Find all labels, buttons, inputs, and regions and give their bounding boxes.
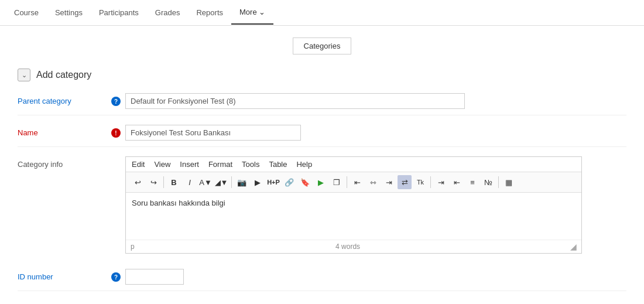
top-navigation: Course Settings Participants Grades Repo… [0, 0, 644, 26]
id-number-label: ID number [18, 269, 111, 281]
editor-resize-handle[interactable]: ◢ [561, 242, 577, 251]
id-number-row: ID number ? [18, 269, 626, 291]
image-button[interactable]: 📷 [235, 175, 249, 189]
link-button[interactable]: 🔗 [282, 175, 296, 189]
editor-content[interactable]: Soru bankası hakkında bilgi [126, 193, 581, 240]
align-left-button[interactable]: ⇤ [350, 175, 364, 189]
editor-tag: p [131, 242, 135, 251]
menu-tools[interactable]: Tools [242, 160, 259, 169]
nav-more[interactable]: More ⌄ [231, 1, 273, 25]
num-list-button[interactable]: № [481, 175, 495, 189]
name-required-icon: ! [111, 128, 121, 138]
name-label: Name [18, 125, 111, 137]
redo-button[interactable]: ↪ [146, 175, 160, 189]
id-number-wrap [125, 269, 626, 285]
menu-help[interactable]: Help [296, 160, 312, 169]
nav-participants[interactable]: Participants [91, 1, 147, 24]
editor-text: Soru bankası hakkında bilgi [132, 199, 225, 207]
main-content: Categories ⌄ Add category Parent categor… [0, 26, 644, 304]
hp-button[interactable]: H+P [266, 175, 280, 189]
editor-wrap: Edit View Insert Format Tools Table Help… [125, 156, 626, 254]
name-row: Name ! [18, 125, 626, 147]
name-wrap [125, 125, 626, 141]
parent-category-input[interactable] [125, 93, 465, 109]
menu-insert[interactable]: Insert [180, 160, 199, 169]
editor-menubar: Edit View Insert Format Tools Table Help [126, 157, 581, 172]
ltr-button[interactable]: Tk [413, 175, 427, 189]
align-center-button[interactable]: ⇿ [366, 175, 380, 189]
highlight-button[interactable]: ◢▼ [214, 175, 228, 189]
category-info-label: Category info [18, 156, 111, 169]
parent-category-label: Parent category [18, 93, 111, 105]
section-header: ⌄ Add category [18, 69, 626, 81]
media-button[interactable]: ▶ [251, 175, 265, 189]
menu-edit[interactable]: Edit [132, 160, 145, 169]
table-insert-button[interactable]: ▦ [502, 175, 516, 189]
fullscreen-button[interactable]: ❐ [330, 175, 344, 189]
menu-view[interactable]: View [154, 160, 170, 169]
indent-button[interactable]: ⇥ [434, 175, 448, 189]
parent-category-row: Parent category ? [18, 93, 626, 115]
nav-settings[interactable]: Settings [47, 1, 91, 24]
menu-table[interactable]: Table [269, 160, 287, 169]
editor-toolbar: ↩ ↪ B I A▼ ◢▼ 📷 ▶ H+P 🔗 🔖 ▶ ❐ ⇤ [126, 172, 581, 193]
bold-button[interactable]: B [167, 175, 181, 189]
category-info-row: Category info Edit View Insert Format To… [18, 156, 626, 259]
id-number-input[interactable] [125, 269, 184, 285]
align-justify-button[interactable]: ⇄ [398, 175, 412, 189]
undo-button[interactable]: ↩ [131, 175, 145, 189]
nav-grades[interactable]: Grades [147, 1, 189, 24]
rich-text-editor: Edit View Insert Format Tools Table Help… [125, 156, 582, 254]
categories-btn-row: Categories [18, 37, 626, 54]
name-input[interactable] [125, 125, 301, 141]
outdent-button[interactable]: ⇤ [450, 175, 464, 189]
italic-button[interactable]: I [183, 175, 197, 189]
collapse-button[interactable]: ⌄ [18, 69, 30, 81]
word-count: 4 words [335, 242, 360, 251]
nav-reports[interactable]: Reports [188, 1, 231, 24]
font-color-button[interactable]: A▼ [198, 175, 213, 189]
nav-course[interactable]: Course [6, 1, 47, 24]
parent-category-wrap [125, 93, 626, 109]
id-number-help-icon[interactable]: ? [111, 272, 121, 282]
categories-button[interactable]: Categories [293, 37, 352, 54]
bullet-list-button[interactable]: ≡ [465, 175, 479, 189]
play-button[interactable]: ▶ [314, 175, 328, 189]
menu-format[interactable]: Format [208, 160, 232, 169]
section-title: Add category [36, 70, 91, 80]
unlink-button[interactable]: 🔖 [298, 175, 312, 189]
align-right-button[interactable]: ⇥ [382, 175, 396, 189]
editor-footer: p 4 words ◢ [126, 240, 581, 253]
buttons-row: → Add category Cancel [18, 300, 626, 304]
parent-category-help-icon[interactable]: ? [111, 97, 121, 106]
